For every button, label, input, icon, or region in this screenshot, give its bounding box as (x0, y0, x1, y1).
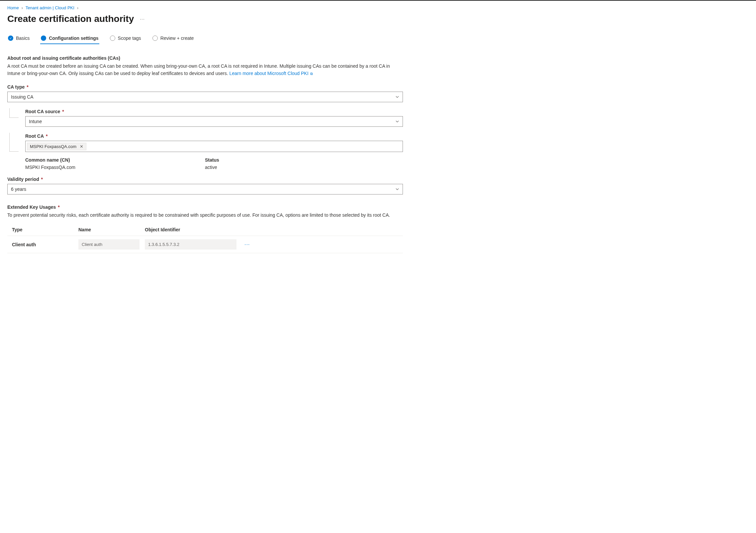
eku-heading-text: Extended Key Usages (7, 204, 56, 210)
required-icon: * (45, 133, 47, 139)
status-label: Status (205, 157, 219, 163)
tab-label: Basics (16, 36, 30, 41)
tab-scope-tags[interactable]: Scope tags (109, 34, 142, 44)
eku-row-name-input[interactable] (78, 239, 140, 250)
wizard-tabs: ✓ Basics Configuration settings Scope ta… (7, 34, 403, 44)
eku-heading: Extended Key Usages * (7, 204, 403, 210)
ca-type-label-text: CA type (7, 84, 25, 90)
step-empty-icon (110, 36, 115, 41)
required-icon: * (40, 177, 43, 182)
root-ca-input[interactable]: MSPKI FoxpassQA.com ✕ (25, 141, 403, 152)
eku-description: To prevent potential security risks, eac… (7, 212, 403, 219)
validity-period-select[interactable]: 6 years (7, 184, 403, 194)
eku-table-row: Client auth ··· (7, 236, 403, 253)
validity-period-label-text: Validity period (7, 177, 39, 182)
root-ca-chip: MSPKI FoxpassQA.com ✕ (27, 143, 86, 150)
learn-more-label: Learn more about Microsoft Cloud PKI (229, 71, 308, 76)
ca-type-select[interactable]: Issuing CA (7, 92, 403, 102)
tab-basics[interactable]: ✓ Basics (7, 34, 30, 44)
tab-configuration-settings[interactable]: Configuration settings (40, 34, 99, 44)
ca-type-value: Issuing CA (11, 94, 34, 100)
root-ca-source-label-text: Root CA source (25, 109, 60, 114)
about-text: A root CA must be created before an issu… (7, 63, 403, 77)
external-link-icon: ⧉ (309, 72, 313, 76)
tab-label: Scope tags (118, 36, 141, 41)
remove-chip-button[interactable]: ✕ (80, 144, 83, 149)
root-ca-label: Root CA * (25, 133, 403, 139)
about-body: A root CA must be created before an issu… (7, 63, 390, 76)
learn-more-link[interactable]: Learn more about Microsoft Cloud PKI ⧉ (229, 71, 313, 76)
eku-table-header: Type Name Object Identifier (7, 224, 403, 236)
eku-row-oid-input[interactable] (145, 239, 236, 250)
chevron-right-icon: › (77, 6, 78, 10)
root-ca-source-select[interactable]: Intune (25, 116, 403, 127)
breadcrumb-home[interactable]: Home (7, 5, 19, 10)
root-ca-chip-label: MSPKI FoxpassQA.com (30, 144, 76, 149)
eku-col-name: Name (78, 227, 145, 232)
chevron-down-icon (395, 95, 399, 99)
required-icon: * (25, 84, 28, 90)
eku-row-type: Client auth (12, 242, 78, 247)
tab-label: Configuration settings (49, 36, 98, 41)
required-icon: * (61, 109, 64, 114)
check-icon: ✓ (8, 36, 13, 41)
step-current-icon (41, 36, 46, 41)
common-name-label: Common name (CN) (25, 157, 75, 163)
chevron-down-icon (395, 187, 399, 191)
validity-period-value: 6 years (11, 187, 26, 192)
root-ca-source-value: Intune (29, 119, 42, 124)
status-value: active (205, 165, 219, 170)
tab-review-create[interactable]: Review + create (152, 34, 195, 44)
breadcrumb: Home › Tenant admin | Cloud PKI › (7, 5, 403, 10)
step-empty-icon (152, 36, 158, 41)
root-ca-source-label: Root CA source * (25, 109, 403, 114)
root-ca-label-text: Root CA (25, 133, 44, 139)
chevron-right-icon: › (22, 6, 23, 10)
more-actions-button[interactable]: ··· (140, 16, 145, 22)
chevron-down-icon (395, 119, 399, 123)
validity-period-label: Validity period * (7, 177, 403, 182)
ca-type-label: CA type * (7, 84, 403, 90)
required-icon: * (56, 204, 59, 210)
common-name-value: MSPKI FoxpassQA.com (25, 165, 75, 170)
eku-col-type: Type (12, 227, 78, 232)
breadcrumb-tenant-admin[interactable]: Tenant admin | Cloud PKI (26, 5, 74, 10)
eku-col-oid: Object Identifier (145, 227, 244, 232)
tab-label: Review + create (160, 36, 194, 41)
eku-row-more-button[interactable]: ··· (244, 242, 264, 248)
about-heading: About root and issuing certificate autho… (7, 55, 403, 61)
page-title: Create certification authority (7, 14, 134, 24)
